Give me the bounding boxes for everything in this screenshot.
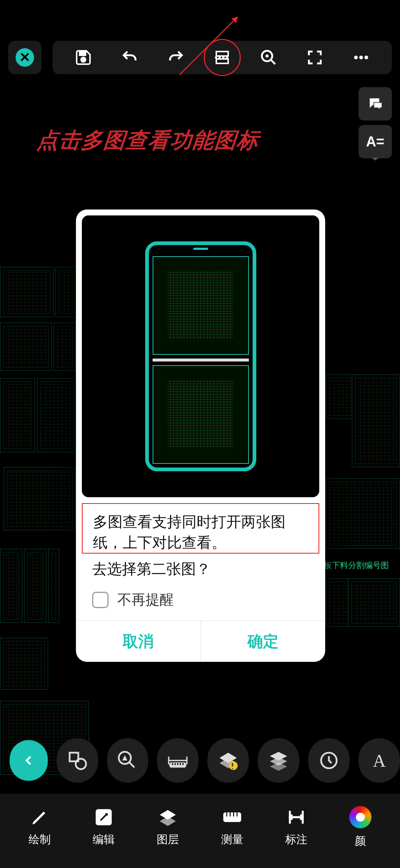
dialog-question: 去选择第二张图？: [82, 555, 319, 587]
collapse-button[interactable]: [10, 740, 48, 781]
nav-label: 编辑: [93, 832, 115, 847]
more-button[interactable]: [350, 46, 372, 69]
text-style-button[interactable]: A=: [359, 125, 392, 158]
svg-rect-34: [223, 812, 241, 822]
close-icon: ✕: [16, 48, 34, 67]
nav-label: 绘制: [29, 832, 51, 847]
dialog-description: 多图查看支持同时打开两张图纸，上下对比查看。: [82, 503, 319, 554]
layers-tool[interactable]: [258, 738, 299, 783]
checkbox-label: 不再提醒: [117, 590, 174, 609]
nav-edit[interactable]: 编辑: [80, 808, 128, 847]
svg-point-11: [76, 759, 86, 769]
nav-label: 标注: [285, 832, 307, 847]
text-tool[interactable]: A: [359, 738, 400, 783]
svg-marker-29: [270, 762, 287, 771]
nav-annotate[interactable]: 标注: [272, 808, 320, 847]
undo-button[interactable]: [119, 46, 141, 69]
svg-point-8: [359, 56, 363, 59]
color-wheel-icon: [349, 806, 371, 828]
close-button[interactable]: ✕: [8, 41, 41, 74]
layer-hint-tool[interactable]: [207, 738, 249, 783]
nav-label: 图层: [157, 832, 179, 847]
history-tool[interactable]: [308, 738, 350, 783]
svg-rect-0: [80, 51, 86, 55]
phone-illustration: [145, 241, 256, 471]
zoom-button[interactable]: [257, 46, 280, 69]
text-style-icon: A=: [366, 134, 384, 150]
text-icon: A: [373, 750, 386, 771]
confirm-button[interactable]: 确定: [200, 621, 326, 662]
nav-draw[interactable]: 绘制: [16, 808, 64, 847]
multi-view-dialog: 多图查看支持同时打开两张图纸，上下对比查看。 去选择第二张图？ 不再提醒 取消 …: [76, 209, 325, 662]
fullscreen-button[interactable]: [304, 46, 326, 69]
svg-marker-13: [122, 755, 127, 760]
split-view-button[interactable]: [211, 46, 233, 69]
checkbox-icon: [92, 592, 109, 608]
bottom-nav: 绘制 编辑 图层 测量 标注 颜: [0, 794, 400, 868]
svg-point-9: [364, 56, 368, 59]
svg-point-1: [81, 57, 86, 62]
svg-point-7: [354, 56, 358, 59]
top-toolbar: [53, 41, 392, 74]
redo-button[interactable]: [165, 46, 187, 69]
shapes-tool[interactable]: [57, 738, 98, 783]
dialog-preview: [82, 215, 319, 497]
nav-color[interactable]: 颜: [336, 806, 384, 849]
cad-drawing-label: 平板下料分割编号图: [316, 560, 389, 571]
nav-label: 颜: [355, 834, 366, 849]
hint-text: 点击多图查看功能图标: [36, 126, 261, 155]
nav-label: 测量: [221, 832, 243, 847]
dont-remind-checkbox[interactable]: 不再提醒: [82, 587, 319, 620]
cancel-button[interactable]: 取消: [76, 621, 200, 662]
svg-marker-33: [160, 816, 176, 826]
nav-measure[interactable]: 测量: [208, 808, 256, 847]
ruler-tool[interactable]: [157, 738, 199, 783]
svg-line-14: [129, 762, 134, 768]
nav-layers[interactable]: 图层: [144, 808, 192, 847]
svg-point-26: [229, 761, 238, 770]
chat-button[interactable]: [359, 87, 392, 121]
svg-line-6: [271, 60, 275, 64]
find-shape-tool[interactable]: [107, 738, 149, 783]
save-button[interactable]: [72, 46, 94, 69]
